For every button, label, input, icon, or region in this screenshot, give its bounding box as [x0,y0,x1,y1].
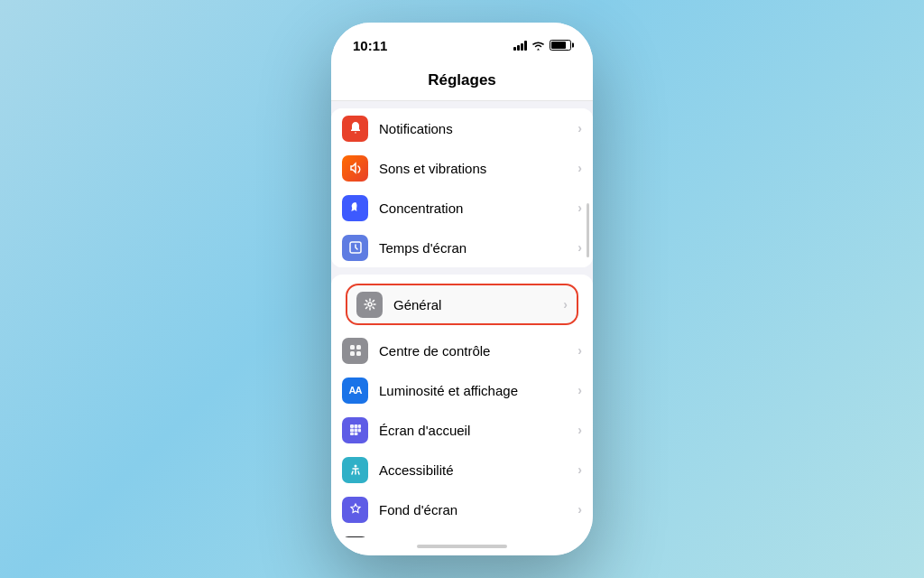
centre-label: Centre de contrôle [379,343,578,359]
luminosite-label: Luminosité et affichage [379,383,578,398]
scroll-indicator [587,203,589,257]
general-icon [356,292,383,318]
status-time: 10:11 [353,38,387,53]
fond-item[interactable]: Fond d'écran › [331,489,593,529]
home-bar [417,545,507,548]
section-1: Notifications › Sons et vibrations › [331,108,593,267]
accessibilite-chevron: › [578,462,582,477]
accessibilite-item[interactable]: Accessibilité › [331,450,593,489]
fond-label: Fond d'écran [379,502,578,517]
luminosite-icon: AA [342,378,368,404]
accessibilite-label: Accessibilité [379,462,578,478]
general-label: Général [393,297,563,312]
accessibilite-icon [342,457,368,483]
general-item[interactable]: Général › [346,284,578,325]
svg-rect-5 [356,351,361,356]
home-indicator [331,537,593,555]
notifications-item[interactable]: Notifications › [331,108,593,148]
sons-label: Sons et vibrations [379,161,578,176]
svg-rect-7 [354,424,357,428]
svg-rect-10 [354,429,357,433]
luminosite-chevron: › [578,383,582,397]
siri-item[interactable]: Siri et recherche › [331,529,593,537]
concentration-item[interactable]: Concentration › [331,188,593,228]
centre-item[interactable]: Centre de contrôle › [331,331,593,370]
svg-rect-9 [350,429,354,433]
general-chevron: › [563,297,568,312]
status-icons [513,40,571,51]
page-header: Réglages [331,62,593,101]
sons-item[interactable]: Sons et vibrations › [331,148,593,188]
svg-rect-13 [354,433,357,435]
status-bar: 10:11 [331,23,593,62]
svg-rect-2 [350,345,355,350]
svg-point-1 [368,303,372,306]
notifications-icon [342,116,368,142]
signal-icon [513,41,527,51]
sons-chevron: › [578,161,582,175]
page-title: Réglages [428,71,496,89]
wifi-icon [531,41,545,51]
battery-icon [550,40,571,51]
ecran-item[interactable]: Écran d'accueil › [331,410,593,450]
sons-icon [342,155,368,182]
section-2: Général › Centre de contrôle › [331,275,593,537]
centre-icon [342,338,368,364]
concentration-icon [342,195,368,221]
ecran-icon [342,417,368,443]
svg-rect-11 [358,429,361,433]
settings-list[interactable]: Notifications › Sons et vibrations › [331,101,593,537]
fond-icon [342,497,368,523]
svg-rect-4 [350,351,355,356]
luminosite-item[interactable]: AA Luminosité et affichage › [331,370,593,410]
phone-frame: 10:11 Réglages [331,23,593,555]
concentration-label: Concentration [379,200,578,216]
notifications-label: Notifications [379,121,578,136]
svg-rect-3 [356,345,361,350]
temps-icon [342,235,368,261]
notifications-chevron: › [578,121,582,135]
ecran-label: Écran d'accueil [379,423,578,438]
concentration-chevron: › [578,200,582,215]
siri-icon [342,536,368,538]
svg-rect-8 [358,424,361,428]
centre-chevron: › [578,343,582,358]
temps-label: Temps d'écran [379,240,578,256]
svg-point-14 [354,465,356,468]
svg-rect-12 [350,433,354,435]
temps-item[interactable]: Temps d'écran › [331,228,593,267]
fond-chevron: › [578,502,582,517]
ecran-chevron: › [578,423,582,437]
svg-rect-6 [350,424,354,428]
temps-chevron: › [578,240,582,255]
